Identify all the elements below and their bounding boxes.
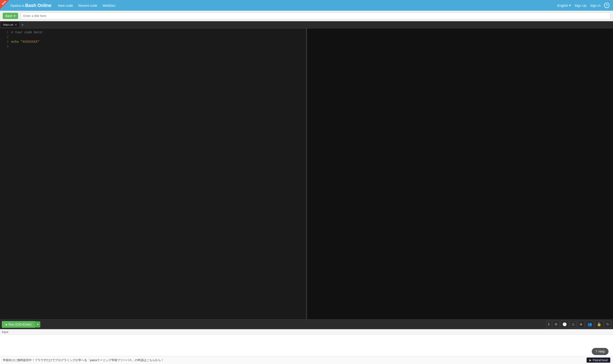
line-content-2: [11, 35, 304, 39]
language-selector[interactable]: English ▾: [557, 3, 571, 7]
run-button-group: ● Run (Ctrl+Enter) ▾: [2, 321, 40, 328]
share-icon: 👥: [587, 322, 592, 326]
help-float-icon: ?: [595, 350, 597, 353]
code-line-1: 1 # Your code here!: [0, 30, 306, 35]
line-number-4: 4: [2, 44, 9, 49]
logo-link[interactable]: ©paiza.io Bash Online: [10, 3, 51, 8]
nav-webdev[interactable]: WebDev: [103, 4, 115, 7]
toolbar-icons: ℹ ⚙ 🕐 ⌬ ★ 👥 🔒 ↻: [546, 321, 611, 328]
chevron-down-icon: ▾: [569, 3, 571, 7]
beta-text: Beta: [1, 0, 6, 5]
run-icon: ●: [5, 323, 7, 326]
navbar: Beta ©paiza.io Bash Online New code Rece…: [0, 0, 613, 11]
add-tab-button[interactable]: +: [19, 23, 26, 27]
input-label: Input: [0, 329, 613, 335]
bottom-banner: 学校向けに無料提供中！ブラウザだけでプログラミングが学べる「paizaラーニング…: [0, 356, 613, 364]
share-button[interactable]: 👥: [586, 321, 594, 328]
bash-language-button[interactable]: Bash ▾: [3, 13, 18, 19]
code-line-4: 4: [0, 44, 306, 49]
github-button[interactable]: ⌬: [570, 321, 576, 328]
line-content-1: # Your code here!: [11, 30, 304, 35]
paiza-cloud-icon: ▶: [589, 358, 591, 362]
history-button[interactable]: 🕐: [560, 321, 569, 328]
nav-recent-code[interactable]: Recent code: [78, 4, 97, 7]
signup-button[interactable]: Sign Up: [574, 4, 586, 7]
line-number-3: 3: [2, 39, 9, 44]
history-icon: 🕐: [562, 322, 567, 326]
nav-new-code[interactable]: New code: [58, 4, 73, 7]
refresh-icon: ↻: [606, 322, 609, 326]
line-content-3: echo "XXXXXXXX": [11, 39, 304, 44]
help-float-label: Help: [599, 350, 605, 353]
paiza-cloud-label: PaizaCloud: [593, 358, 608, 362]
logo-title: Bash Online: [25, 3, 52, 8]
file-tab-close[interactable]: ✕: [15, 23, 17, 26]
nav-right: English ▾ Sign Up Sign In ?: [557, 3, 609, 8]
signin-button[interactable]: Sign In: [590, 4, 600, 7]
line-number-2: 2: [2, 35, 9, 39]
file-tab-main[interactable]: Main.sh ✕: [1, 22, 19, 27]
code-line-2: 2: [0, 35, 306, 39]
bash-dropdown-icon: ▾: [14, 14, 15, 18]
input-textarea[interactable]: [0, 335, 613, 356]
nav-links: New code Recent code WebDev: [58, 4, 115, 7]
line-content-4: [11, 44, 304, 49]
file-tabs: Main.sh ✕ +: [0, 21, 613, 28]
input-area: Input: [0, 329, 613, 356]
language-label: English: [557, 4, 568, 7]
lock-icon: 🔒: [597, 322, 601, 326]
title-input[interactable]: [21, 13, 610, 19]
title-bar: Bash ▾: [0, 11, 613, 21]
help-icon[interactable]: ?: [604, 3, 609, 8]
paiza-cloud-badge[interactable]: ▶ PaizaCloud: [586, 358, 611, 363]
code-string-xxxxxxxx: "XXXXXXXX": [21, 40, 39, 44]
star-button[interactable]: ★: [577, 321, 585, 328]
output-panel: [307, 28, 613, 319]
file-tab-name: Main.sh: [3, 23, 14, 26]
info-button[interactable]: ℹ: [546, 321, 551, 328]
run-button[interactable]: ● Run (Ctrl+Enter): [2, 321, 35, 328]
logo-paiza: ©paiza.io: [10, 4, 24, 7]
lock-button[interactable]: 🔒: [595, 321, 603, 328]
code-keyword-echo: echo: [11, 40, 19, 44]
bash-label: Bash: [5, 14, 13, 18]
run-dropdown-button[interactable]: ▾: [35, 321, 40, 327]
bottom-toolbar: ● Run (Ctrl+Enter) ▾ ℹ ⚙ 🕐 ⌬ ★ 👥 🔒 ↻: [0, 319, 613, 329]
run-label: Run (Ctrl+Enter): [9, 323, 31, 326]
run-arrow-icon: ▾: [37, 323, 39, 326]
star-icon: ★: [579, 322, 583, 326]
stdin-input[interactable]: [42, 322, 546, 327]
info-icon: ℹ: [548, 322, 549, 326]
editor-area: 1 # Your code here! 2 3 echo "XXXXXXXX" …: [0, 28, 613, 319]
code-editor[interactable]: 1 # Your code here! 2 3 echo "XXXXXXXX" …: [0, 28, 306, 319]
help-float-button[interactable]: ? Help: [592, 348, 609, 355]
gear-icon: ⚙: [554, 322, 558, 326]
code-line-3: 3 echo "XXXXXXXX": [0, 39, 306, 44]
refresh-button[interactable]: ↻: [604, 321, 611, 328]
beta-badge: Beta: [0, 0, 9, 9]
github-icon: ⌬: [572, 323, 574, 326]
line-number-1: 1: [2, 30, 9, 35]
banner-text: 学校向けに無料提供中！ブラウザだけでプログラミングが学べる「paizaラーニング…: [3, 358, 164, 362]
settings-button[interactable]: ⚙: [552, 321, 559, 328]
